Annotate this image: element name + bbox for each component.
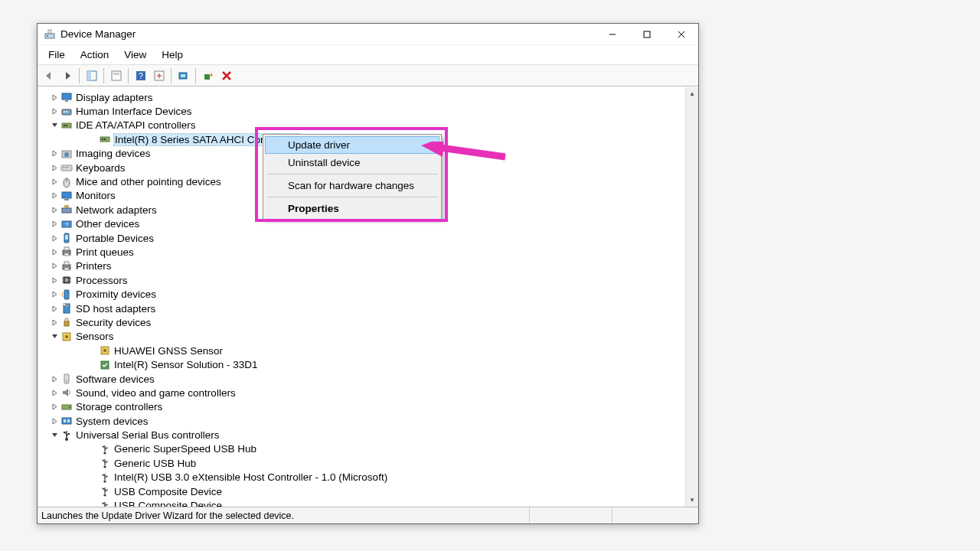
chevron-right-icon[interactable] (50, 416, 59, 425)
tree-spacer (88, 473, 97, 482)
show-hide-button[interactable] (83, 67, 100, 84)
minimize-button[interactable] (595, 24, 629, 45)
uninstall-icon[interactable] (217, 67, 235, 84)
svg-rect-10 (113, 73, 119, 75)
chevron-right-icon[interactable] (50, 262, 59, 271)
tree-spacer (88, 501, 97, 507)
tree-item[interactable]: Intel(R) Sensor Solution - 33D1 (41, 357, 685, 371)
svg-rect-23 (64, 125, 65, 126)
tree-item[interactable]: Generic USB Hub (41, 456, 685, 470)
tree-item[interactable]: Storage controllers (41, 400, 685, 414)
chevron-right-icon[interactable] (50, 388, 59, 397)
svg-point-81 (103, 466, 106, 468)
tree-item[interactable]: Software devices (41, 372, 685, 386)
tree-item[interactable]: Display adapters (41, 90, 685, 104)
chevron-right-icon[interactable] (50, 276, 59, 285)
tree-item[interactable]: Printers (41, 259, 685, 273)
svg-point-77 (103, 452, 106, 454)
tree-item-label: Printers (76, 260, 112, 272)
menu-action[interactable]: Action (73, 47, 117, 63)
close-button[interactable] (664, 24, 698, 45)
menu-file[interactable]: File (41, 47, 73, 63)
svg-rect-57 (64, 290, 69, 299)
tree-item[interactable]: USB Composite Device (41, 498, 685, 507)
chevron-right-icon[interactable] (50, 191, 59, 201)
menu-help[interactable]: Help (154, 47, 191, 63)
menu-view[interactable]: View (116, 47, 154, 63)
tree-item[interactable]: Sensors (41, 330, 685, 344)
tree-item-label: Mice and other pointing devices (76, 176, 221, 187)
sd-icon (60, 302, 73, 315)
chevron-right-icon[interactable] (50, 107, 59, 116)
chevron-down-icon[interactable] (50, 332, 59, 341)
chevron-right-icon[interactable] (50, 163, 59, 172)
svg-rect-26 (102, 139, 103, 140)
chevron-right-icon[interactable] (50, 374, 59, 383)
tool-icon-2[interactable] (150, 67, 168, 84)
storage-icon (60, 401, 73, 413)
titlebar: Device Manager (38, 24, 698, 45)
tree-item[interactable]: Universal Serial Bus controllers (41, 428, 685, 442)
toolbar: ? (38, 65, 698, 86)
tree-item-label: Display adapters (76, 92, 153, 103)
tree-item[interactable]: SD host adapters (41, 302, 685, 315)
forward-button[interactable] (58, 67, 76, 84)
scroll-up-icon[interactable]: ▲ (686, 87, 698, 100)
context-separator-1 (266, 174, 438, 174)
chevron-down-icon[interactable] (50, 431, 59, 440)
chevron-right-icon[interactable] (50, 233, 59, 243)
tree-item[interactable]: Human Interface Devices (41, 104, 685, 118)
chevron-right-icon[interactable] (50, 178, 59, 187)
back-button[interactable] (40, 67, 57, 84)
scroll-down-icon[interactable]: ▼ (686, 494, 698, 507)
chevron-right-icon[interactable] (50, 220, 59, 229)
context-uninstall-device[interactable]: Uninstall device (265, 154, 439, 171)
chevron-right-icon[interactable] (50, 403, 59, 412)
help-icon[interactable]: ? (132, 67, 149, 84)
svg-rect-15 (181, 74, 185, 77)
tree-item-label: Network adapters (76, 204, 157, 216)
scan-hardware-icon[interactable] (175, 67, 192, 84)
usb-icon (60, 429, 73, 442)
svg-point-29 (64, 152, 69, 157)
tree-item[interactable]: System devices (41, 414, 685, 428)
tree-item-label: Processors (76, 275, 128, 286)
tree-item[interactable]: Security devices (41, 315, 685, 329)
monitor-icon (60, 190, 73, 202)
context-properties[interactable]: Properties (265, 200, 439, 217)
tree-item[interactable]: USB Composite Device (41, 484, 685, 498)
vertical-scrollbar[interactable]: ▲ ▼ (685, 87, 698, 507)
tool-icon-1[interactable] (107, 67, 125, 84)
update-driver-icon[interactable] (199, 67, 217, 84)
tree-item-label: Sound, video and game controllers (76, 387, 236, 399)
tree-item-label: Intel(R) Sensor Solution - 33D1 (114, 359, 258, 370)
tree-spacer (88, 445, 97, 454)
chevron-right-icon[interactable] (50, 304, 59, 313)
tree-item[interactable]: Sound, video and game controllers (41, 386, 685, 399)
usbdev-icon (99, 500, 111, 507)
tree-item[interactable]: IDE ATA/ATAPI controllers (41, 119, 685, 132)
svg-point-87 (103, 474, 104, 475)
context-scan-hardware[interactable]: Scan for hardware changes (265, 177, 439, 194)
tree-item[interactable]: Proximity devices (41, 287, 685, 301)
tree-item[interactable]: Print queues (41, 245, 685, 259)
maximize-button[interactable] (629, 24, 664, 45)
context-update-driver[interactable]: Update driver (265, 136, 439, 154)
chevron-right-icon[interactable] (50, 93, 59, 102)
svg-rect-70 (62, 418, 71, 424)
hid-icon (60, 106, 73, 118)
tree-item[interactable]: HUAWEI GNSS Sensor (41, 344, 685, 357)
tree-item[interactable]: Generic SuperSpeed USB Hub (41, 442, 685, 456)
tree-item[interactable]: Intel(R) USB 3.0 eXtensible Host Control… (41, 471, 685, 484)
tree-item[interactable]: Portable Devices (41, 231, 685, 245)
chevron-right-icon[interactable] (50, 149, 59, 158)
chevron-right-icon[interactable] (50, 247, 59, 256)
svg-rect-76 (68, 433, 70, 435)
tree-item[interactable]: Processors (41, 273, 685, 287)
chevron-right-icon[interactable] (50, 205, 59, 214)
chevron-right-icon[interactable] (50, 290, 59, 299)
chevron-down-icon[interactable] (50, 121, 59, 130)
chevron-right-icon[interactable] (50, 318, 59, 327)
svg-rect-33 (67, 167, 69, 168)
tree-item-label: Human Interface Devices (76, 106, 192, 117)
